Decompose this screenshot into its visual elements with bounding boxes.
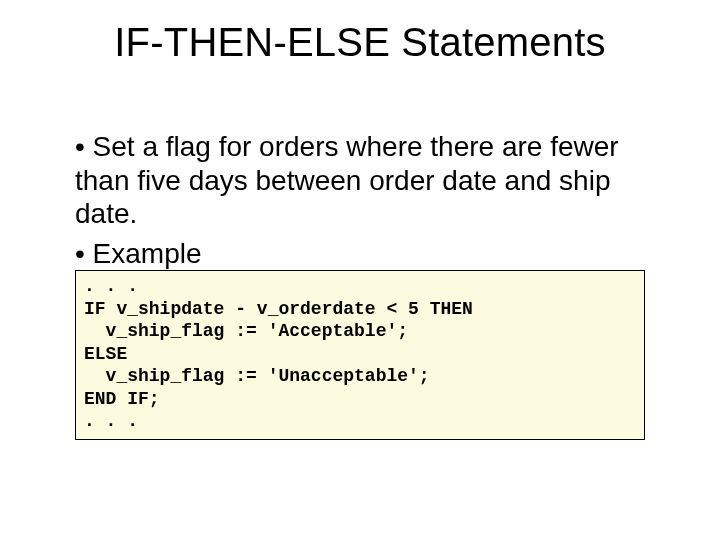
code-line-5: v_ship_flag := 'Unacceptable'; bbox=[84, 366, 430, 386]
slide: IF-THEN-ELSE Statements • Set a flag for… bbox=[0, 0, 720, 540]
code-line-2: IF v_shipdate - v_orderdate < 5 THEN bbox=[84, 299, 473, 319]
code-line-1: . . . bbox=[84, 276, 138, 296]
code-line-6: END IF; bbox=[84, 389, 160, 409]
bullet-1: • Set a flag for orders where there are … bbox=[75, 130, 655, 231]
bullet-2: • Example bbox=[75, 237, 655, 271]
code-example: . . . IF v_shipdate - v_orderdate < 5 TH… bbox=[75, 270, 645, 440]
slide-title: IF-THEN-ELSE Statements bbox=[0, 20, 720, 65]
code-line-3: v_ship_flag := 'Acceptable'; bbox=[84, 321, 408, 341]
code-line-4: ELSE bbox=[84, 344, 127, 364]
slide-body: • Set a flag for orders where there are … bbox=[75, 130, 655, 276]
code-line-7: . . . bbox=[84, 411, 138, 431]
